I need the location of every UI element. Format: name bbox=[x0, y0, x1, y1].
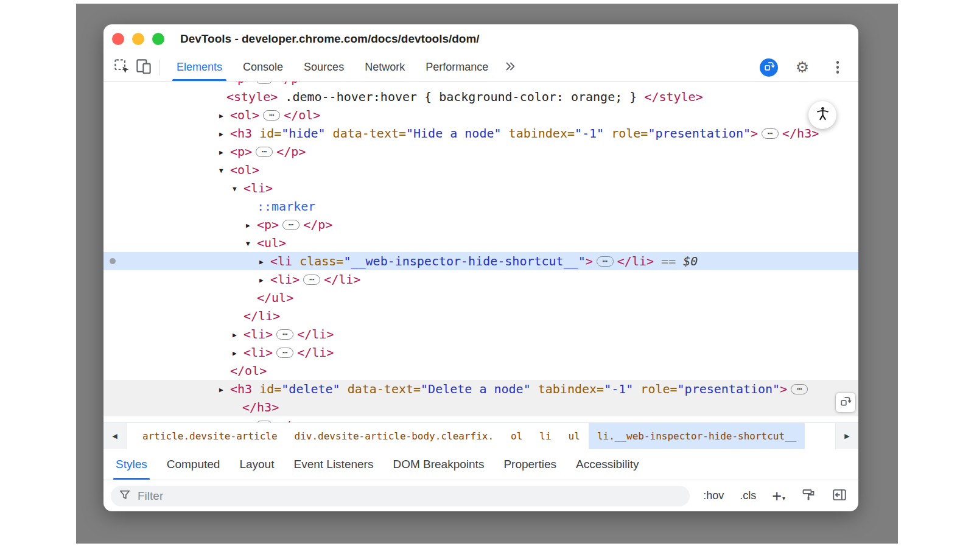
code-attr: id= bbox=[252, 126, 281, 141]
dom-tree-row[interactable]: ▶<p>⋯</p> bbox=[103, 142, 858, 161]
breadcrumb-item[interactable]: li bbox=[531, 423, 559, 449]
more-panels-button[interactable] bbox=[503, 60, 517, 75]
code-val: "__web-inspector-hide-shortcut__" bbox=[343, 254, 585, 268]
new-style-rule-button[interactable]: + ▾ bbox=[772, 489, 785, 503]
tab-styles[interactable]: Styles bbox=[106, 449, 157, 480]
tab-sources[interactable]: Sources bbox=[293, 54, 354, 81]
breadcrumb-item[interactable]: ul bbox=[560, 423, 589, 449]
settings-button[interactable]: ⚙ bbox=[791, 57, 813, 78]
sidebar-toggle-icon bbox=[832, 494, 847, 505]
tab-performance[interactable]: Performance bbox=[415, 54, 499, 81]
expand-arrow-icon[interactable]: ▶ bbox=[233, 326, 244, 345]
collapsed-content-ellipsis-icon[interactable]: ⋯ bbox=[263, 110, 280, 121]
dom-tree-row[interactable]: ▶<li class="__web-inspector-hide-shortcu… bbox=[103, 252, 858, 270]
collapsed-content-ellipsis-icon[interactable]: ⋯ bbox=[791, 384, 808, 394]
tab-computed[interactable]: Computed bbox=[157, 449, 230, 480]
collapse-arrow-icon[interactable]: ▼ bbox=[246, 235, 257, 253]
dom-tree-row[interactable]: ▶<ol>⋯</ol> bbox=[103, 106, 858, 124]
breadcrumb-item[interactable]: article.devsite-article bbox=[134, 423, 286, 449]
breadcrumb-item[interactable]: li.__web-inspector-hide-shortcut__ bbox=[589, 423, 805, 449]
collapsed-content-ellipsis-icon[interactable]: ⋯ bbox=[276, 348, 293, 358]
element-classes-button[interactable]: .cls bbox=[740, 489, 756, 502]
expand-arrow-icon[interactable]: ▶ bbox=[219, 125, 230, 144]
collapsed-content-ellipsis-icon[interactable]: ⋯ bbox=[762, 128, 779, 139]
selected-node-marker-dot bbox=[110, 258, 116, 264]
dom-tree-row[interactable]: ▶<p>⋯</p> bbox=[103, 215, 858, 234]
collapsed-content-ellipsis-icon[interactable]: ⋯ bbox=[256, 147, 273, 157]
collapsed-content-ellipsis-icon[interactable]: ⋯ bbox=[303, 275, 320, 285]
inspect-cursor-icon bbox=[113, 57, 131, 78]
collapsed-content-ellipsis-icon[interactable]: ⋯ bbox=[282, 220, 300, 230]
tab-properties[interactable]: Properties bbox=[494, 449, 566, 480]
dom-tree-row[interactable]: <style> .demo--hover:hover { background-… bbox=[103, 88, 858, 106]
dom-tree-row[interactable]: ▼<ul> bbox=[103, 234, 858, 252]
dom-tree-row[interactable]: ▼<li> bbox=[103, 179, 858, 197]
accessibility-overlay-button[interactable] bbox=[808, 101, 836, 129]
dom-tree-row[interactable]: </li> bbox=[103, 307, 858, 325]
screenshot-stage: DevTools - developer.chrome.com/docs/dev… bbox=[0, 0, 974, 560]
dom-tree-row[interactable]: ▶<li>⋯</li> bbox=[103, 343, 858, 362]
tab-console[interactable]: Console bbox=[233, 54, 293, 81]
code-tag: </h3> bbox=[242, 400, 279, 415]
code-attr: data-text= bbox=[326, 126, 406, 141]
square-arrow-button-active[interactable] bbox=[760, 58, 778, 77]
traffic-light-zoom[interactable] bbox=[152, 33, 164, 45]
code-tag: </style> bbox=[644, 89, 702, 104]
collapsed-content-ellipsis-icon[interactable]: ⋯ bbox=[256, 421, 273, 423]
dom-tree-row[interactable]: </ol> bbox=[103, 362, 858, 380]
tab-dom-breakpoints[interactable]: DOM Breakpoints bbox=[383, 449, 494, 480]
expand-arrow-icon[interactable]: ▶ bbox=[219, 144, 230, 162]
breadcrumb-bar: ◀ article.devsite-articlediv.devsite-art… bbox=[103, 422, 858, 449]
expand-arrow-icon[interactable]: ▶ bbox=[259, 271, 270, 290]
tab-accessibility[interactable]: Accessibility bbox=[566, 449, 648, 480]
traffic-light-minimize[interactable] bbox=[132, 33, 144, 45]
toggle-sidebar-button[interactable] bbox=[832, 487, 847, 505]
dom-tree-row[interactable]: </h3> bbox=[103, 398, 858, 416]
tab-network[interactable]: Network bbox=[354, 54, 415, 81]
breadcrumb-scroll-right-button[interactable]: ▶ bbox=[835, 423, 858, 449]
collapse-arrow-icon[interactable]: ▼ bbox=[233, 180, 244, 198]
devtools-window: DevTools - developer.chrome.com/docs/dev… bbox=[103, 24, 858, 511]
breadcrumb-scroll-left-button[interactable]: ◀ bbox=[103, 423, 127, 449]
styles-filter-input[interactable] bbox=[138, 489, 682, 503]
dom-tree-row[interactable]: ▶<li>⋯</li> bbox=[103, 270, 858, 289]
collapsed-content-ellipsis-icon[interactable]: ⋯ bbox=[276, 329, 293, 340]
expand-arrow-icon[interactable]: ▶ bbox=[233, 345, 244, 363]
main-menu-button[interactable] bbox=[827, 57, 849, 78]
dom-tree-row[interactable]: ::marker bbox=[103, 197, 858, 215]
traffic-light-close[interactable] bbox=[112, 33, 124, 45]
gray-backdrop: DevTools - developer.chrome.com/docs/dev… bbox=[76, 4, 898, 544]
rendering-emulation-button[interactable] bbox=[801, 488, 816, 505]
code-tag: <p> bbox=[230, 418, 252, 422]
dom-tree-row[interactable]: ▼<ol> bbox=[103, 161, 858, 179]
collapsed-content-ellipsis-icon[interactable]: ⋯ bbox=[597, 256, 614, 267]
dom-tree-row[interactable]: ▶<p>⋯</p> bbox=[103, 82, 858, 88]
breadcrumb-item[interactable]: ol bbox=[502, 423, 531, 449]
expand-arrow-icon[interactable]: ▶ bbox=[259, 253, 270, 271]
expand-arrow-icon[interactable]: ▶ bbox=[246, 217, 257, 235]
tab-event-listeners[interactable]: Event Listeners bbox=[284, 449, 383, 480]
tab-layout[interactable]: Layout bbox=[229, 449, 284, 480]
styles-filter-input-wrap[interactable] bbox=[111, 486, 690, 506]
collapsed-content-ellipsis-icon[interactable]: ⋯ bbox=[256, 82, 273, 84]
inspect-element-button[interactable] bbox=[111, 57, 133, 78]
dom-tree-row[interactable]: </ul> bbox=[103, 289, 858, 307]
dom-tree-row[interactable]: ▶<h3 id="hide" data-text="Hide a node" t… bbox=[103, 124, 858, 142]
expand-arrow-icon[interactable]: ▶ bbox=[219, 381, 230, 399]
breadcrumb-item[interactable]: div.devsite-article-body.clearfix. bbox=[286, 423, 503, 449]
square-arrow-floating-button[interactable] bbox=[835, 392, 856, 413]
tab-elements[interactable]: Elements bbox=[166, 54, 233, 81]
code-tag: <li> bbox=[244, 345, 273, 360]
expand-arrow-icon[interactable]: ▶ bbox=[219, 107, 230, 125]
collapse-arrow-icon[interactable]: ▼ bbox=[219, 162, 230, 180]
dom-tree-row[interactable]: ▶<h3 id="delete" data-text="Delete a nod… bbox=[103, 380, 858, 398]
toggle-element-state-button[interactable]: :hov bbox=[703, 489, 724, 502]
code-val: "delete" bbox=[281, 382, 340, 396]
dom-tree-row[interactable]: ▶<li>⋯</li> bbox=[103, 325, 858, 343]
device-toolbar-button[interactable] bbox=[133, 57, 155, 78]
expand-arrow-icon[interactable]: ▶ bbox=[219, 418, 230, 422]
code-tag: <li> bbox=[244, 181, 273, 195]
code-tag: </li> bbox=[297, 345, 334, 360]
code-attr: class= bbox=[292, 254, 343, 268]
dom-tree-row[interactable]: ▶<p>⋯</p> bbox=[103, 416, 858, 422]
